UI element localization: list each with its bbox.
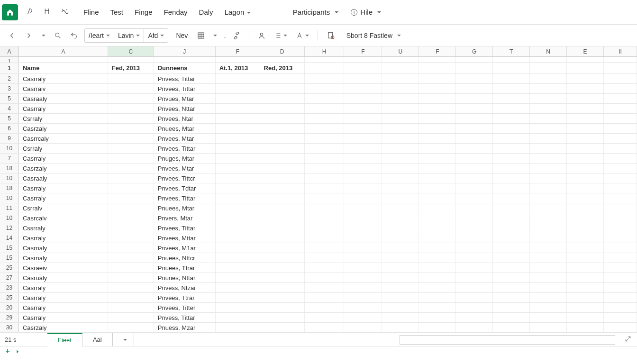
cell[interactable] <box>456 243 493 253</box>
cell[interactable] <box>456 283 493 292</box>
cell[interactable]: Pnvees, Tdtar <box>154 183 216 193</box>
cell[interactable] <box>260 114 305 123</box>
cell[interactable] <box>344 253 382 263</box>
row-header[interactable]: 15 <box>0 253 19 263</box>
cell[interactable] <box>419 323 456 332</box>
cell[interactable] <box>344 84 382 93</box>
cell[interactable] <box>567 203 604 213</box>
cell[interactable] <box>216 323 260 332</box>
cell[interactable] <box>493 134 530 143</box>
cell[interactable] <box>493 233 530 243</box>
list-button[interactable] <box>272 32 289 39</box>
cell[interactable] <box>567 164 604 173</box>
nev-button[interactable]: Nev <box>173 32 191 39</box>
cell[interactable] <box>604 84 637 93</box>
cell[interactable] <box>567 124 604 133</box>
cell[interactable] <box>419 173 456 183</box>
cell[interactable] <box>604 283 637 292</box>
cell[interactable] <box>382 144 419 153</box>
col-header-H[interactable]: H <box>305 46 345 56</box>
cell[interactable] <box>108 203 154 213</box>
cell[interactable] <box>419 74 456 83</box>
cell[interactable] <box>344 243 382 253</box>
sheet-tab-1[interactable]: Fieet <box>47 333 82 346</box>
grid-dropdown[interactable] <box>211 34 219 37</box>
cell[interactable] <box>456 144 493 153</box>
cell[interactable]: Pnunes, Nttar <box>154 273 216 282</box>
cell[interactable] <box>419 154 456 163</box>
col-header-E[interactable]: E <box>567 46 604 56</box>
col-header-D[interactable]: D <box>260 46 305 56</box>
cell[interactable] <box>344 114 382 123</box>
cell[interactable] <box>260 193 305 203</box>
row-header[interactable]: 5 <box>0 94 19 103</box>
grid-button[interactable] <box>195 32 207 39</box>
cell[interactable] <box>419 303 456 312</box>
row-header[interactable]: 1 <box>0 63 19 73</box>
col-header-N[interactable]: N <box>530 46 567 56</box>
cell[interactable] <box>419 134 456 143</box>
menu-fline[interactable]: Fline <box>83 8 99 16</box>
cell[interactable] <box>382 273 419 282</box>
cell[interactable] <box>604 154 637 163</box>
cell[interactable] <box>419 193 456 203</box>
cell[interactable]: Casrraly <box>19 303 108 312</box>
row-header[interactable]: 9 <box>0 134 19 143</box>
cell[interactable] <box>305 213 345 223</box>
cell[interactable] <box>567 193 604 203</box>
menu-finge[interactable]: Finge <box>135 8 153 16</box>
cell[interactable] <box>344 124 382 133</box>
cell[interactable] <box>493 94 530 103</box>
cell[interactable] <box>604 114 637 123</box>
cell[interactable] <box>567 293 604 302</box>
cell[interactable] <box>456 193 493 203</box>
cell[interactable] <box>530 84 567 93</box>
cell[interactable] <box>419 63 456 73</box>
cell[interactable] <box>419 293 456 302</box>
row-header[interactable]: 12 <box>0 223 19 233</box>
cell[interactable] <box>108 233 154 243</box>
cell[interactable] <box>344 203 382 213</box>
cell[interactable]: Pnuees, Nttcr <box>154 253 216 263</box>
cell[interactable] <box>260 243 305 253</box>
cell[interactable]: Pnvees, Tittar <box>154 223 216 233</box>
cell[interactable]: Casrraly <box>19 313 108 322</box>
cell[interactable] <box>567 283 604 292</box>
cell[interactable] <box>216 283 260 292</box>
row-header[interactable]: 23 <box>0 283 19 292</box>
menu-lagon[interactable]: Lagon <box>225 8 251 16</box>
cell[interactable] <box>108 173 154 183</box>
cell[interactable] <box>419 57 456 62</box>
footer-input[interactable] <box>400 335 615 345</box>
cell[interactable] <box>305 313 345 322</box>
cell[interactable] <box>419 223 456 233</box>
cell[interactable] <box>456 124 493 133</box>
cell[interactable] <box>493 173 530 183</box>
cell[interactable]: Casrnaly <box>19 253 108 263</box>
cell[interactable] <box>493 114 530 123</box>
row-header[interactable]: 11 <box>0 203 19 213</box>
cell[interactable] <box>530 263 567 273</box>
cell[interactable] <box>154 57 216 62</box>
cell[interactable] <box>604 273 637 282</box>
cell[interactable] <box>344 94 382 103</box>
cell[interactable] <box>260 293 305 302</box>
cell[interactable] <box>567 114 604 123</box>
row-header[interactable]: 10 <box>0 144 19 153</box>
cell[interactable]: Pnvues, Mtar <box>154 94 216 103</box>
cell[interactable]: Red, 2013 <box>260 63 305 73</box>
cell[interactable] <box>530 213 567 223</box>
cell[interactable] <box>108 124 154 133</box>
cell[interactable] <box>344 263 382 273</box>
cell[interactable] <box>530 164 567 173</box>
row-header[interactable]: 6 <box>0 124 19 133</box>
cell[interactable] <box>260 134 305 143</box>
cell[interactable] <box>108 283 154 292</box>
cell[interactable] <box>456 114 493 123</box>
cell[interactable] <box>344 273 382 282</box>
col-header-F[interactable]: F <box>216 46 260 56</box>
cell[interactable] <box>382 223 419 233</box>
cell[interactable]: Pnvees, Nttar <box>154 104 216 113</box>
cell[interactable] <box>305 144 345 153</box>
cell[interactable] <box>567 303 604 312</box>
